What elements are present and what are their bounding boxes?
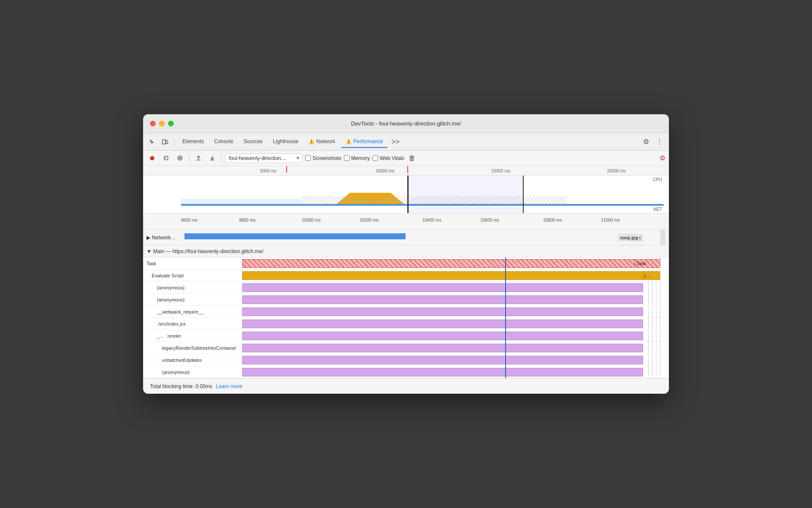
tab-performance[interactable]: Performance: [341, 136, 387, 148]
lower-timeline-ruler: 9600 ms 9800 ms 10000 ms 10200 ms 10400 …: [143, 213, 669, 230]
flame-row-anon-3[interactable]: (anonymous): [143, 366, 669, 378]
clear-button[interactable]: [174, 153, 185, 164]
nav-separator-1: [174, 138, 175, 146]
flame-row-anon-2[interactable]: (anonymous): [143, 294, 669, 306]
performance-toolbar: foul-heavenly-direction.... ▼ Screenshot…: [143, 151, 669, 166]
learn-more-link[interactable]: Learn more: [216, 383, 242, 389]
anon3-label: (anonymous): [143, 370, 242, 375]
reload-record-button[interactable]: [160, 153, 172, 164]
status-bar: Total blocking time: 0.00ms Learn more: [143, 378, 669, 394]
src-bar: [242, 320, 643, 328]
memory-checkbox[interactable]: [344, 155, 350, 161]
titlebar: DevTools - foul-heavenly-direction.glitc…: [143, 114, 669, 133]
selection-window: [409, 176, 523, 213]
overview-ruler: 5000 ms 10000 ms 15000 ms 20000 ms: [143, 166, 669, 176]
ruler-5000: 5000 ms: [260, 169, 276, 173]
task-bar-right: Task: [634, 259, 660, 268]
webvitals-checkbox[interactable]: [372, 155, 378, 161]
screenshots-label: Screenshots: [312, 155, 341, 161]
network-row: ▶ Network .. soop.jpg (: [143, 230, 669, 245]
device-mode-icon[interactable]: [159, 137, 171, 147]
ruler-15000: 15000 ms: [491, 169, 510, 173]
render-label: _... render: [143, 333, 242, 339]
webpack-bar: [242, 307, 643, 316]
marker-red-1: [286, 166, 287, 173]
flame-row-evaluate[interactable]: Evaluate Script L...: [143, 270, 669, 282]
unbatched-bar: [242, 356, 643, 364]
tab-lighthouse[interactable]: Lighthouse: [269, 136, 303, 148]
svg-rect-1: [166, 141, 168, 144]
webvitals-label: Web Vitals: [380, 155, 404, 161]
maximize-button[interactable]: [168, 121, 174, 126]
download-icon[interactable]: [206, 153, 218, 164]
anon3-bar-col: [242, 366, 669, 378]
devtools-window: DevTools - foul-heavenly-direction.glitc…: [143, 114, 669, 394]
flame-row-src[interactable]: ./src/index.jsx: [143, 318, 669, 330]
evaluate-bar-col: L...: [242, 270, 669, 281]
upload-icon[interactable]: [193, 153, 204, 164]
overview-timeline[interactable]: 5000 ms 10000 ms 15000 ms 20000 ms: [143, 166, 669, 213]
cpu-blue-wave: [181, 199, 302, 204]
tab-elements[interactable]: Elements: [178, 136, 208, 148]
playhead-line: [505, 257, 506, 378]
network-bar-area: [184, 230, 635, 245]
element-picker-icon[interactable]: [147, 137, 158, 147]
screenshots-checkbox[interactable]: [305, 155, 311, 161]
toolbar-separator-2: [221, 154, 222, 163]
task-bar-col: Task: [242, 257, 669, 269]
lower-mark-10400: 10400 ms: [422, 218, 441, 223]
soop-label: soop.jpg (: [618, 234, 643, 241]
network-request-bar: [184, 233, 406, 239]
anon2-bar-col: [242, 294, 669, 305]
minimize-button[interactable]: [159, 121, 165, 126]
trash-icon[interactable]: 🗑: [409, 154, 415, 162]
anon1-bar-col: [242, 282, 669, 293]
lower-mark-10200: 10200 ms: [359, 218, 378, 223]
flame-row-legacy[interactable]: legacyRenderSubtreeIntoContainer: [143, 342, 669, 354]
render-bar-col: [242, 330, 669, 342]
network-row-label: ▶ Network ..: [147, 235, 175, 241]
more-tabs-button[interactable]: >>: [389, 136, 403, 147]
ruler-10000: 10000 ms: [375, 169, 394, 173]
src-bar-col: [242, 318, 669, 329]
toolbar-separator-1: [189, 154, 189, 163]
selection-right-edge: [523, 176, 524, 213]
unbatched-bar-col: [242, 354, 669, 366]
flame-row-task[interactable]: Task Task: [143, 257, 669, 270]
record-button[interactable]: [147, 153, 158, 164]
more-options-icon[interactable]: ⋮: [653, 136, 665, 147]
close-button[interactable]: [150, 121, 156, 126]
selection-left-edge: [407, 176, 409, 213]
ruler-20000: 20000 ms: [607, 169, 626, 173]
tab-sources[interactable]: Sources: [239, 136, 267, 148]
task-bar: [242, 259, 660, 268]
legacy-bar: [242, 344, 643, 352]
tab-network[interactable]: Network: [304, 136, 340, 148]
render-bar: [242, 332, 643, 340]
evaluate-label-col: Evaluate Script: [143, 273, 242, 278]
anon2-bar: [242, 295, 643, 304]
url-selector-wrapper: foul-heavenly-direction.... ▼: [225, 154, 303, 163]
unbatched-label: unbatchedUpdates: [143, 357, 242, 363]
main-section-header: ▼ Main — https://foul-heavenly-direction…: [143, 245, 669, 257]
screenshots-checkbox-group: Screenshots: [305, 155, 341, 161]
flame-row-webpack[interactable]: __webpack_require__: [143, 306, 669, 318]
anon2-label: (anonymous): [143, 297, 242, 302]
cpu-label: CPU: [653, 177, 662, 182]
flame-row-unbatched[interactable]: unbatchedUpdates: [143, 354, 669, 366]
evaluate-bar: [242, 271, 660, 280]
memory-checkbox-group: Memory: [344, 155, 370, 161]
flame-row-render[interactable]: _... render: [143, 330, 669, 342]
overview-content: CPU NET: [143, 176, 669, 213]
settings-icon[interactable]: ⚙: [640, 136, 652, 147]
capture-settings-icon[interactable]: ⚙: [659, 154, 665, 162]
flame-row-anon-1[interactable]: (anonymous): [143, 282, 669, 294]
lower-mark-10800: 10800 ms: [543, 218, 562, 223]
net-label: NET: [653, 207, 662, 212]
anon1-bar: [242, 283, 643, 292]
url-selector[interactable]: foul-heavenly-direction....: [225, 154, 303, 163]
lower-mark-10000: 10000 ms: [302, 218, 321, 223]
legacy-label: legacyRenderSubtreeIntoContainer: [143, 345, 242, 351]
lower-mark-9800: 9800 ms: [239, 218, 255, 223]
tab-console[interactable]: Console: [210, 136, 237, 148]
